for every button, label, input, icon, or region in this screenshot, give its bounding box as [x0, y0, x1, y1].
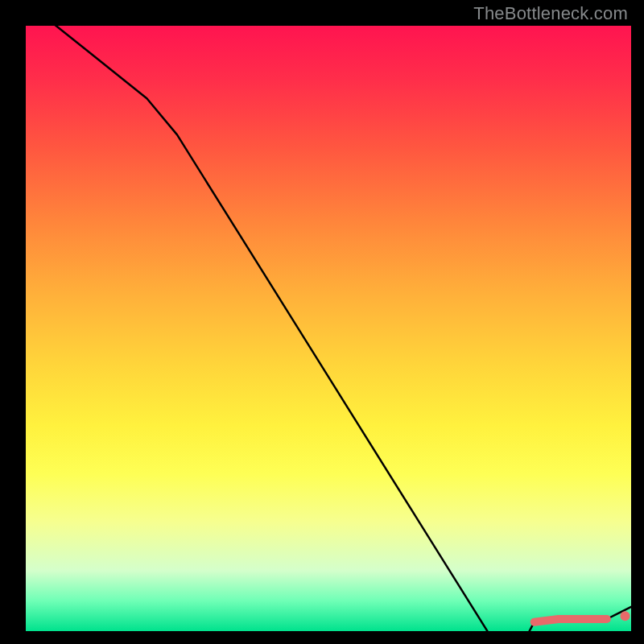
- plot-area: [26, 26, 631, 631]
- optimal-end-dot: [621, 611, 630, 621]
- chart-svg: [26, 26, 631, 631]
- watermark-text: TheBottleneck.com: [473, 3, 628, 24]
- optimal-range-marker: [535, 619, 607, 622]
- bottleneck-curve: [26, 2, 631, 644]
- chart-container: TheBottleneck.com: [0, 0, 644, 644]
